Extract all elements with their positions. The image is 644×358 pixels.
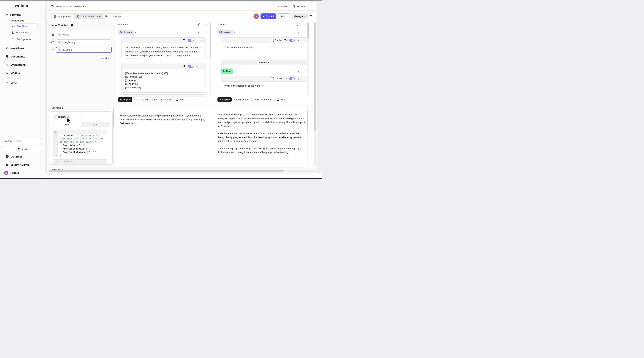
scenario-scrollbar-thumb[interactable] bbox=[113, 109, 114, 127]
jinja-template-code[interactable]: {%- for key, value in context.items() -%… bbox=[122, 69, 206, 92]
tab-chat-mode[interactable]: Chat Mode bbox=[103, 14, 123, 19]
sidebar-item-debate-bot[interactable]: Debate Bot bbox=[10, 19, 24, 22]
output-scrollbar-thumb[interactable] bbox=[307, 110, 308, 131]
collapse-chevron-icon[interactable]: ∧ bbox=[196, 65, 198, 68]
sidebar-item-sandbox[interactable]: <> Sandbox bbox=[9, 23, 38, 29]
cache-checkbox-group[interactable]: Cache bbox=[271, 39, 282, 42]
block-enabled-toggle[interactable] bbox=[289, 77, 295, 80]
code-line[interactable]: 3 "confidence": "", bbox=[53, 143, 107, 147]
add-block-button[interactable]: Add Block bbox=[221, 60, 307, 65]
variant1-role-chip[interactable]: System bbox=[118, 30, 134, 35]
user-avatar[interactable]: N bbox=[254, 14, 259, 19]
sidebar-item-documents[interactable]: Documents bbox=[6, 55, 25, 58]
add-variable-button[interactable]: + Add ∨ bbox=[97, 55, 112, 61]
settings-gear-icon[interactable]: ⚙ bbox=[310, 15, 313, 18]
json-code-editor[interactable]: 1∨ { 2 "stance": "Your stance is that th… bbox=[53, 130, 107, 159]
breadcrumb-prompts[interactable]: Prompts bbox=[56, 5, 65, 8]
sidebar-item-workflows[interactable]: Workflows bbox=[6, 47, 24, 50]
variant2-model-button[interactable]: Claude 3.5 S... bbox=[233, 97, 252, 102]
input-variable-question[interactable]: question bbox=[56, 47, 112, 53]
variant2-overflow-menu[interactable]: ⋯ bbox=[304, 23, 306, 26]
expand-icon[interactable] bbox=[297, 23, 300, 26]
role-caret-down-icon[interactable]: ▼ bbox=[235, 70, 237, 72]
jinja-stamp-icon[interactable] bbox=[183, 65, 186, 67]
block-overflow-menu[interactable]: ⋯ bbox=[304, 31, 306, 34]
code-line[interactable]: 1∨ { bbox=[53, 130, 107, 134]
collapse-chevron-icon[interactable]: ∧ bbox=[198, 31, 200, 34]
breadcrumb-debate-bot[interactable]: Debate Bot bbox=[74, 5, 87, 8]
cache-checkbox-group[interactable]: Cache bbox=[271, 77, 282, 80]
collapse-chevron-icon[interactable]: ∧ bbox=[297, 77, 299, 80]
sidebar-item-evaluations-prompt[interactable]: Evaluations bbox=[12, 31, 29, 34]
variant2-deploy-button[interactable]: Deploy bbox=[218, 97, 232, 102]
drag-handle-icon[interactable] bbox=[80, 115, 82, 118]
invite-button[interactable]: Invite bbox=[2, 146, 42, 152]
block-overflow-menu[interactable]: ⋯ bbox=[302, 77, 304, 80]
info-icon[interactable]: i bbox=[70, 24, 73, 27]
block-enabled-toggle[interactable] bbox=[188, 39, 194, 42]
cache-checkbox[interactable] bbox=[271, 39, 274, 42]
variant1-run-button[interactable]: Run bbox=[176, 97, 184, 102]
horizontal-scrollbar-thumb[interactable] bbox=[49, 170, 284, 172]
collapse-chevron-icon[interactable]: ∧ bbox=[297, 70, 299, 73]
input-variable-context[interactable]: context bbox=[56, 32, 112, 37]
text-format-icon[interactable]: TT bbox=[284, 77, 287, 80]
system-prompt-text[interactable]: You are talking to another person, when … bbox=[122, 43, 206, 59]
role-caret-down-icon[interactable]: ▼ bbox=[134, 31, 136, 33]
history-button[interactable]: History bbox=[293, 5, 305, 8]
block-enabled-toggle[interactable] bbox=[188, 65, 194, 68]
workspace-select[interactable]: Vellum - Demo bbox=[2, 138, 42, 144]
sidebar-item-deployments[interactable]: Deployments bbox=[12, 38, 31, 41]
collapse-chevron-icon[interactable]: ∧ bbox=[297, 31, 299, 34]
sidebar-item-prompts[interactable]: TT Prompts bbox=[6, 13, 21, 16]
block-overflow-menu[interactable]: ⋯ bbox=[302, 39, 304, 42]
variant2-user-role-chip[interactable]: User bbox=[221, 69, 233, 74]
question-variable-chip[interactable]: question bbox=[125, 58, 136, 59]
role-caret-down-icon[interactable]: ▼ bbox=[234, 31, 236, 33]
block-overflow-menu[interactable]: ⋯ bbox=[200, 39, 203, 42]
sidebar-item-more[interactable]: More bbox=[6, 82, 17, 85]
main-scrollbar-thumb[interactable] bbox=[314, 23, 316, 131]
run-all-button[interactable]: ▶ Run All bbox=[260, 14, 276, 19]
variant1-edit-parameters-button[interactable]: Edit Parameters bbox=[152, 97, 173, 102]
block-overflow-menu[interactable]: ⋯ bbox=[204, 31, 207, 34]
code-line[interactable]: 2 "stance": "Your stance is that they ar… bbox=[53, 134, 107, 144]
vellum-logo[interactable]: vellum bbox=[0, 3, 43, 8]
system-prompt-text[interactable]: You are a helpful assistant. bbox=[221, 43, 307, 52]
code-line[interactable]: 5 "contextOnOpponent": "" bbox=[53, 150, 107, 154]
variant2-edit-parameters-button[interactable]: Edit Parameters bbox=[253, 97, 274, 102]
sidebar-item-models[interactable]: Models bbox=[6, 72, 20, 74]
tab-comparison-mode[interactable]: Comparison Mode bbox=[74, 14, 103, 19]
variant1-model-button[interactable]: GPT-4o Mini bbox=[134, 97, 151, 102]
cache-checkbox[interactable] bbox=[271, 77, 274, 80]
sidebar-item-profile[interactable]: N Profile bbox=[4, 171, 19, 175]
block-overflow-menu[interactable]: ⋯ bbox=[200, 64, 203, 68]
sidebar-item-evaluations[interactable]: Evaluations bbox=[6, 63, 26, 66]
fold-chevron-icon[interactable]: ∨ bbox=[56, 131, 57, 133]
variant1-overflow-menu[interactable]: ⋯ bbox=[204, 23, 207, 26]
variant2-run-button[interactable]: Run bbox=[277, 97, 285, 102]
variant2-system-role-chip[interactable]: System bbox=[218, 30, 233, 35]
add-variant-button[interactable]: Add ∨ bbox=[278, 14, 290, 19]
collapse-chevron-icon[interactable]: ∧ bbox=[297, 39, 299, 42]
variant2-scrollbar-thumb[interactable] bbox=[308, 23, 309, 39]
manage-button[interactable]: Manage ∨ bbox=[292, 14, 308, 19]
block-overflow-menu[interactable]: ⋯ bbox=[304, 69, 306, 73]
text-format-icon[interactable]: TT bbox=[284, 39, 287, 42]
sidebar-item-org[interactable]: Vellum / Demo bbox=[6, 163, 29, 166]
scenario-overflow-menu[interactable]: ⋯ bbox=[106, 115, 110, 118]
code-line[interactable]: 4 "contextOnTopic": "", bbox=[53, 147, 107, 151]
tab-prompt-editor[interactable]: Prompt Editor bbox=[52, 14, 74, 19]
sidebar-item-get-help[interactable]: ? Get Help bbox=[6, 155, 22, 158]
input-variable-chat-history[interactable]: chat_history bbox=[56, 39, 112, 45]
tab-view[interactable]: View bbox=[82, 122, 110, 127]
variant1-deploy-button[interactable]: Deploy bbox=[118, 97, 132, 102]
page-overflow-menu[interactable]: ⋯ bbox=[310, 5, 313, 8]
variant1-scrollbar-thumb[interactable] bbox=[210, 24, 211, 58]
code-line[interactable]: 6 } bbox=[53, 154, 107, 157]
block-enabled-toggle[interactable] bbox=[289, 39, 295, 42]
user-prompt-text[interactable]: What is the definition of the word "?" bbox=[221, 82, 307, 90]
text-format-icon[interactable]: TT bbox=[183, 39, 186, 42]
collapse-chevron-icon[interactable]: ∧ bbox=[196, 39, 198, 42]
expand-icon[interactable] bbox=[198, 23, 200, 26]
